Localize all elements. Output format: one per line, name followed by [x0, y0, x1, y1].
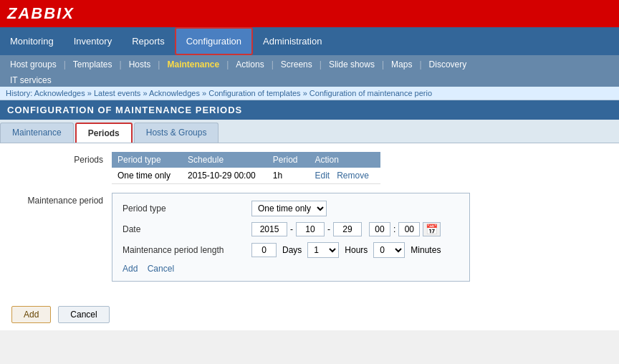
breadcrumb: History: Acknowledges » Latest events » …: [0, 87, 619, 100]
row-period-type: One time only: [112, 168, 182, 184]
breadcrumb-item-1[interactable]: Acknowledges: [34, 89, 85, 97]
sub-nav-hosts[interactable]: Hosts: [123, 57, 157, 72]
maintenance-period-form: Period type One time only Daily Weekly M…: [112, 193, 470, 282]
nav-reports[interactable]: Reports: [122, 29, 175, 54]
periods-label: Periods: [11, 152, 112, 184]
period-type-row: Period type One time only Daily Weekly M…: [123, 201, 459, 216]
sub-nav-row2: IT services: [0, 74, 619, 87]
sub-nav-maps[interactable]: Maps: [385, 57, 418, 72]
date-colon: :: [393, 224, 395, 234]
bottom-buttons: Add Cancel: [0, 299, 619, 330]
table-header-row: Period type Schedule Period Action: [112, 152, 380, 168]
hours-select[interactable]: 1234561224: [307, 242, 339, 258]
tab-maintenance[interactable]: Maintenance: [0, 123, 74, 143]
separator-6: |: [318, 59, 323, 70]
date-minutes-input[interactable]: [398, 222, 420, 236]
breadcrumb-prefix: History:: [6, 89, 34, 97]
sub-nav-actions[interactable]: Actions: [230, 57, 269, 72]
periods-section: Periods Period type Schedule Period Acti…: [11, 152, 608, 184]
form-actions: Add Cancel: [123, 264, 459, 274]
nav-monitoring[interactable]: Monitoring: [0, 29, 64, 54]
content: Maintenance Periods Hosts & Groups Perio…: [0, 120, 619, 330]
sub-nav-maintenance[interactable]: Maintenance: [161, 57, 225, 72]
date-label: Date: [123, 224, 251, 234]
form-add-link[interactable]: Add: [123, 264, 138, 274]
separator-5: |: [270, 59, 275, 70]
separator-3: |: [156, 59, 161, 70]
logo-bar: ZABBIX: [0, 0, 619, 27]
logo: ZABBIX: [7, 4, 75, 22]
col-action: Action: [309, 152, 380, 168]
col-period-type: Period type: [112, 152, 182, 168]
sub-nav-discovery[interactable]: Discovery: [423, 57, 473, 72]
separator-2: |: [118, 59, 123, 70]
period-length-value: Days 1234561224 Hours 0153045 Minutes: [251, 242, 443, 258]
main-content-area: Periods Period type Schedule Period Acti…: [0, 143, 619, 299]
tab-periods[interactable]: Periods: [75, 123, 133, 143]
nav-administration[interactable]: Administration: [253, 29, 332, 54]
period-type-select[interactable]: One time only Daily Weekly Monthly: [251, 201, 327, 216]
col-schedule: Schedule: [182, 152, 267, 168]
sub-nav: Host groups | Templates | Hosts | Mainte…: [0, 55, 619, 74]
breadcrumb-item-4[interactable]: Configuration of templates: [208, 89, 300, 97]
breadcrumb-item-3[interactable]: Acknowledges: [149, 89, 200, 97]
breadcrumb-item-2[interactable]: Latest events: [94, 89, 140, 97]
days-input[interactable]: [251, 243, 277, 257]
tab-hosts-groups[interactable]: Hosts & Groups: [134, 123, 219, 143]
period-length-row: Maintenance period length Days 123456122…: [123, 242, 459, 258]
breadcrumb-arrow-4: »: [303, 89, 310, 97]
table-row: One time only 2015-10-29 00:00 1h Edit R…: [112, 168, 380, 184]
periods-table: Period type Schedule Period Action One t…: [112, 152, 380, 184]
separator-7: |: [380, 59, 385, 70]
cancel-button[interactable]: Cancel: [58, 306, 109, 323]
date-hours-input[interactable]: [369, 222, 390, 236]
sub-nav-templates[interactable]: Templates: [67, 57, 118, 72]
date-sep-1: -: [290, 224, 293, 234]
edit-link[interactable]: Edit: [315, 171, 330, 181]
date-year-input[interactable]: [251, 222, 287, 236]
days-unit: Days: [282, 245, 302, 255]
periods-table-wrapper: Period type Schedule Period Action One t…: [112, 152, 380, 184]
nav-configuration[interactable]: Configuration: [175, 27, 253, 55]
period-type-value: One time only Daily Weekly Monthly: [251, 201, 327, 216]
row-actions: Edit Remove: [309, 168, 380, 184]
main-nav: Monitoring Inventory Reports Configurati…: [0, 27, 619, 55]
period-length-label: Maintenance period length: [123, 245, 251, 255]
form-cancel-link[interactable]: Cancel: [148, 264, 174, 274]
minutes-select[interactable]: 0153045: [373, 242, 405, 258]
minutes-unit: Minutes: [411, 245, 441, 255]
sub-nav-host-groups[interactable]: Host groups: [4, 57, 62, 72]
separator-4: |: [225, 59, 230, 70]
separator-1: |: [62, 59, 67, 70]
sub-nav-slide-shows[interactable]: Slide shows: [323, 57, 380, 72]
remove-link[interactable]: Remove: [337, 171, 369, 181]
add-button[interactable]: Add: [11, 306, 51, 323]
sub-nav-it-services[interactable]: IT services: [4, 72, 57, 88]
separator-8: |: [418, 59, 423, 70]
maintenance-period-section: Maintenance period Period type One time …: [11, 193, 608, 282]
page-title: CONFIGURATION OF MAINTENANCE PERIODS: [0, 100, 619, 120]
tabs: Maintenance Periods Hosts & Groups: [0, 120, 619, 143]
date-sep-2: -: [327, 224, 330, 234]
breadcrumb-arrow-2: »: [143, 89, 149, 97]
nav-inventory[interactable]: Inventory: [64, 29, 122, 54]
col-period: Period: [267, 152, 310, 168]
period-type-label: Period type: [123, 203, 251, 214]
row-schedule: 2015-10-29 00:00: [182, 168, 267, 184]
breadcrumb-arrow-1: »: [87, 89, 94, 97]
date-value: - - : 📅: [251, 222, 441, 236]
breadcrumb-item-5: Configuration of maintenance perio: [310, 89, 432, 97]
date-day-input[interactable]: [333, 222, 362, 236]
maintenance-period-label: Maintenance period: [11, 193, 112, 282]
hours-unit: Hours: [345, 245, 368, 255]
date-month-input[interactable]: [296, 222, 325, 236]
breadcrumb-arrow-3: »: [202, 89, 208, 97]
sub-nav-screens[interactable]: Screens: [275, 57, 318, 72]
calendar-icon[interactable]: 📅: [423, 222, 441, 236]
row-period: 1h: [267, 168, 310, 184]
date-row: Date - - : 📅: [123, 222, 459, 236]
